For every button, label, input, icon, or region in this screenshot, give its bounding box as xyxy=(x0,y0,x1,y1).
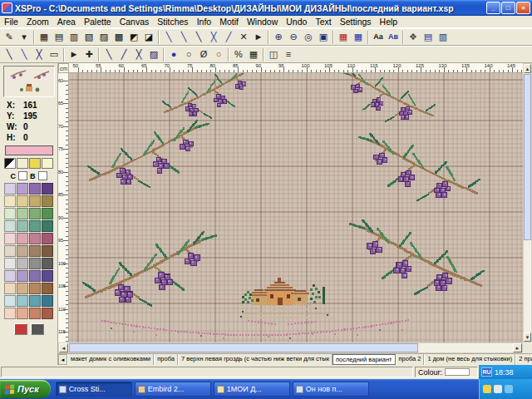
full-stitch-icon[interactable]: ▦ xyxy=(37,30,52,45)
palette-color[interactable] xyxy=(17,270,28,282)
palette-color[interactable] xyxy=(4,220,16,232)
palette-color[interactable] xyxy=(17,233,28,244)
vertical-scroll-thumb[interactable] xyxy=(524,74,531,240)
pointer-tool-icon[interactable]: ► xyxy=(66,47,81,62)
palette-color[interactable] xyxy=(29,220,41,232)
palette-color[interactable] xyxy=(17,195,28,207)
b-checkbox[interactable] xyxy=(38,171,47,180)
palette-color[interactable] xyxy=(42,283,53,294)
pan-tool-icon[interactable]: ✚ xyxy=(81,47,96,62)
palette-color[interactable] xyxy=(29,270,41,282)
bs-line-1-icon[interactable]: ╲ xyxy=(2,47,17,62)
zoom-fit-icon[interactable]: ▣ xyxy=(316,30,331,45)
menu-palette[interactable]: Palette xyxy=(80,17,116,27)
circle-red-icon[interactable]: ○ xyxy=(211,47,226,62)
export-chart-icon[interactable]: ▤ xyxy=(421,30,436,45)
sheet-tab-4[interactable]: проба 2 xyxy=(396,354,425,365)
menu-undo[interactable]: Undo xyxy=(282,17,311,27)
zoom-100-icon[interactable]: ◎ xyxy=(301,30,316,45)
scroll-right-icon[interactable]: ► xyxy=(513,343,522,352)
sheet-tab-0[interactable]: макет домик с оливковками xyxy=(67,354,154,365)
motif-library-icon[interactable]: ❖ xyxy=(406,30,421,45)
pencil-dropdown-icon[interactable]: ▾ xyxy=(17,30,32,45)
sheet-tab-1[interactable]: проба xyxy=(154,354,178,365)
swatch-yellow[interactable] xyxy=(29,158,41,169)
menu-file[interactable]: File xyxy=(0,17,22,27)
corner-stitch-2-icon[interactable]: ◪ xyxy=(141,30,156,45)
vertical-scrollbar[interactable]: ▲ ▼ xyxy=(523,63,532,342)
menu-canvas[interactable]: Canvas xyxy=(116,17,154,27)
scroll-up-icon[interactable]: ▲ xyxy=(524,64,531,73)
circle-slash-icon[interactable]: Ø xyxy=(196,47,211,62)
menu-settings[interactable]: Settings xyxy=(336,17,376,27)
palette-color[interactable] xyxy=(4,295,16,307)
close-button[interactable]: × xyxy=(516,2,530,14)
palette-options-button[interactable] xyxy=(31,323,44,335)
tray-volume-icon[interactable] xyxy=(494,385,502,393)
palette-color[interactable] xyxy=(29,208,41,219)
start-button[interactable]: Пуск xyxy=(0,380,51,398)
percent-view-icon[interactable]: % xyxy=(231,47,246,62)
palette-color[interactable] xyxy=(17,308,28,319)
backstitch-up-icon[interactable]: ╱ xyxy=(221,30,236,45)
palette-color[interactable] xyxy=(17,208,28,219)
palette-color[interactable] xyxy=(29,308,41,319)
palette-color[interactable] xyxy=(4,183,16,195)
palette-color[interactable] xyxy=(17,220,28,232)
tray-network-icon[interactable] xyxy=(505,385,513,393)
palette-color[interactable] xyxy=(4,245,16,257)
palette-color[interactable] xyxy=(4,283,16,294)
backstitch-thick-icon[interactable]: ╲ xyxy=(191,30,206,45)
bs-box-icon[interactable]: ▭ xyxy=(47,47,62,62)
palette-color[interactable] xyxy=(42,233,53,244)
palette-color[interactable] xyxy=(4,308,16,319)
grid-colour-icon[interactable]: ▦ xyxy=(336,30,351,45)
palette-color[interactable] xyxy=(29,258,41,269)
tray-shield-icon[interactable] xyxy=(483,385,491,393)
palette-edit-button[interactable] xyxy=(14,323,27,335)
palette-color[interactable] xyxy=(17,258,28,269)
taskbar-task-0[interactable]: Cross Sti... xyxy=(56,382,132,397)
three-quarter-stitch-icon[interactable]: ▨ xyxy=(96,30,111,45)
design-canvas[interactable] xyxy=(69,73,523,342)
palette-color[interactable] xyxy=(4,258,16,269)
swatch-cream[interactable] xyxy=(17,158,28,169)
backstitch-cross-icon[interactable]: ╳ xyxy=(206,30,221,45)
grid-small-icon[interactable]: ▦ xyxy=(246,47,261,62)
palette-color[interactable] xyxy=(4,195,16,207)
palette-color[interactable] xyxy=(17,295,28,307)
palette-color[interactable] xyxy=(29,283,41,294)
backstitch-thin-icon[interactable]: ╲ xyxy=(161,30,176,45)
menu-stitches[interactable]: Stitches xyxy=(153,17,192,27)
menu-window[interactable]: Window xyxy=(243,17,282,27)
full-square-stitch-icon[interactable]: ▩ xyxy=(111,30,126,45)
sheet-tab-6[interactable]: 2 правая ниж гр. xyxy=(515,354,532,365)
menu-zoom[interactable]: Zoom xyxy=(22,17,53,27)
sheet-tab-3[interactable]: последний вариант xyxy=(332,354,396,365)
palette-color[interactable] xyxy=(42,270,53,282)
palette-color[interactable] xyxy=(4,233,16,244)
bs-line-2-icon[interactable]: ╲ xyxy=(17,47,32,62)
palette-color[interactable] xyxy=(4,270,16,282)
sheet-tab-2[interactable]: 7 верхн левая гроздь (с частью ниж ветки… xyxy=(178,354,332,365)
circle-outline-icon[interactable]: ○ xyxy=(181,47,196,62)
c-checkbox[interactable] xyxy=(18,171,27,180)
menu-area[interactable]: Area xyxy=(53,17,80,27)
palette-color[interactable] xyxy=(42,245,53,257)
palette-color[interactable] xyxy=(17,183,28,195)
menu-text[interactable]: Text xyxy=(311,17,335,27)
window-split-icon[interactable]: ◫ xyxy=(266,47,281,62)
select-arrow-icon[interactable]: ► xyxy=(251,30,266,45)
taskbar-task-2[interactable]: 1МОИ Д... xyxy=(214,382,290,397)
pattern-preview[interactable] xyxy=(3,66,55,97)
menu-motif[interactable]: Motif xyxy=(215,17,243,27)
taskbar-task-3[interactable]: Он нов п... xyxy=(293,382,369,397)
zoom-in-icon[interactable]: ⊕ xyxy=(271,30,286,45)
pencil-tool-icon[interactable]: ✎ xyxy=(2,30,17,45)
line-navy-3-icon[interactable]: ╳ xyxy=(131,47,146,62)
palette-color[interactable] xyxy=(42,208,53,219)
palette-color[interactable] xyxy=(42,195,53,207)
menu-help[interactable]: Help xyxy=(376,17,402,27)
font-cyrillic-icon[interactable]: Ав xyxy=(386,30,401,45)
menu-info[interactable]: Info xyxy=(193,17,216,27)
